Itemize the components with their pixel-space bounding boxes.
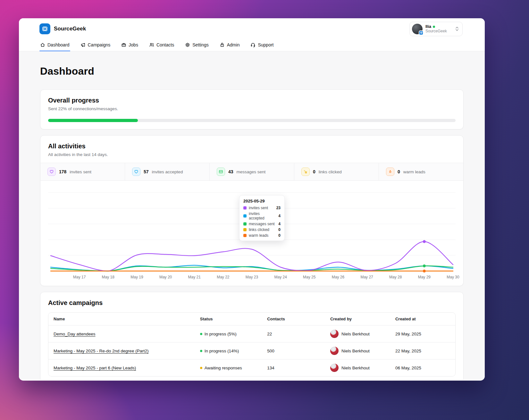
x-axis-label: May 27 — [360, 275, 373, 279]
x-axis-label: May 22 — [217, 275, 229, 279]
creator-avatar — [330, 364, 339, 372]
tooltip-row: invites accepted4 — [243, 211, 281, 220]
megaphone-icon — [80, 42, 86, 47]
campaign-link[interactable]: Marketing - May 2025 - part 6 (New Leads… — [54, 366, 136, 370]
tooltip-row: warm leads0 — [243, 233, 281, 238]
main-nav: Dashboard Campaigns Jobs Contacts Settin… — [19, 39, 485, 51]
x-axis-label: May 20 — [159, 275, 172, 279]
x-axis-label: May 18 — [102, 275, 114, 279]
x-axis-label: May 26 — [332, 275, 344, 279]
progress-bar-fill — [48, 119, 138, 122]
chart-x-axis: May 17May 18May 19May 20May 21May 22May … — [48, 275, 456, 281]
all-activities-card: All activities All activities in the las… — [40, 135, 464, 286]
cursor-click-icon — [301, 168, 310, 176]
stat-invites-accepted: 57 invites accepted — [125, 163, 210, 180]
briefcase-icon — [121, 42, 126, 47]
col-status: Status — [195, 313, 262, 325]
stat-value: 0 — [398, 169, 400, 174]
stat-value: 43 — [228, 169, 233, 174]
tab-label: Dashboard — [47, 42, 70, 47]
tab-support[interactable]: Support — [250, 39, 274, 51]
status-dot — [200, 350, 202, 352]
tab-settings[interactable]: Settings — [184, 39, 209, 51]
avatar-org-badge-icon — [419, 30, 424, 35]
status-dot — [200, 367, 202, 369]
active-campaigns-title: Active campaigns — [48, 299, 456, 307]
envelope-check-icon — [217, 168, 225, 176]
home-icon — [40, 42, 45, 47]
overall-progress-title: Overall progress — [48, 97, 456, 104]
flame-icon — [386, 168, 394, 176]
x-axis-label: May 23 — [246, 275, 258, 279]
creator-name: Niels Berkhout — [341, 349, 370, 353]
stat-value: 178 — [59, 169, 66, 174]
tab-label: Contacts — [156, 42, 174, 47]
table-row[interactable]: Marketing - May 2025 - Re-do 2nd degree … — [48, 342, 455, 359]
contacts-count: 500 — [262, 342, 325, 359]
table-row[interactable]: Marketing - May 2025 - part 6 (New Leads… — [48, 359, 455, 376]
tab-campaigns[interactable]: Campaigns — [80, 39, 111, 51]
stat-value: 0 — [313, 169, 315, 174]
status-text: Awaiting responses — [205, 366, 242, 370]
campaign-link[interactable]: Marketing - May 2025 - Re-do 2nd degree … — [54, 349, 148, 353]
activity-stats-row: 178 invites sent 57 invites accepted 43 … — [40, 163, 463, 181]
tooltip-row: links clicked0 — [243, 227, 281, 232]
page-title: Dashboard — [40, 65, 464, 77]
progress-bar — [48, 119, 456, 122]
col-name: Name — [48, 313, 195, 325]
invite-heart-icon — [47, 168, 56, 176]
tooltip-row: invites sent23 — [243, 206, 281, 210]
tab-label: Jobs — [129, 42, 138, 47]
table-footer: 0 of 3 row(s) selected Rows per page 50 … — [48, 376, 456, 380]
stat-warm-leads: 0 warm leads — [379, 163, 463, 180]
campaign-link[interactable]: Demo_Day attendees — [54, 332, 96, 336]
campaigns-table: Name Status Contacts Created by Created … — [48, 312, 456, 376]
created-at: 06 May, 2025 — [390, 359, 455, 376]
status-dot — [200, 333, 202, 335]
stat-label: invites accepted — [152, 169, 183, 174]
lock-icon — [220, 42, 225, 47]
app-window: SourceGeek Ilia SourceGeek — [19, 18, 485, 381]
chart-tooltip: 2025-05-29 invites sent23 invites accept… — [239, 195, 285, 241]
invite-heart-icon — [132, 168, 140, 176]
gear-icon — [185, 42, 190, 47]
stat-value: 57 — [144, 169, 149, 174]
stat-label: messages sent — [237, 169, 266, 174]
tab-jobs[interactable]: Jobs — [121, 39, 139, 51]
x-axis-label: May 19 — [130, 275, 143, 279]
tab-dashboard[interactable]: Dashboard — [39, 39, 70, 51]
all-activities-subtitle: All activities in the last 14 days. — [48, 152, 456, 157]
app-header: SourceGeek Ilia SourceGeek — [19, 18, 485, 39]
tab-contacts[interactable]: Contacts — [148, 39, 175, 51]
status-text: In progress (5%) — [205, 332, 237, 336]
table-row[interactable]: Demo_Day attendees In progress (5%) 22 N… — [48, 325, 455, 342]
x-axis-label: May 21 — [188, 275, 201, 279]
x-axis-label: May 17 — [73, 275, 86, 279]
tab-admin[interactable]: Admin — [219, 39, 240, 51]
people-icon — [149, 42, 154, 47]
chevron-up-down-icon — [455, 26, 459, 31]
created-at: 29 May, 2025 — [390, 325, 455, 342]
stat-messages-sent: 43 messages sent — [210, 163, 294, 180]
x-axis-label: May 24 — [274, 275, 287, 279]
user-org: SourceGeek — [425, 29, 452, 34]
creator-name: Niels Berkhout — [341, 366, 370, 370]
contacts-count: 22 — [262, 325, 325, 342]
tooltip-date: 2025-05-29 — [243, 199, 281, 203]
tab-label: Settings — [192, 42, 209, 47]
creator-avatar — [330, 330, 339, 338]
overall-progress-card: Overall progress Sent 22% of connections… — [40, 89, 464, 129]
brand-name: SourceGeek — [54, 26, 86, 32]
all-activities-title: All activities — [48, 143, 456, 150]
table-header-row: Name Status Contacts Created by Created … — [48, 313, 455, 325]
tab-label: Campaigns — [88, 42, 111, 47]
brand: SourceGeek — [39, 23, 86, 34]
creator-avatar — [330, 347, 339, 355]
tooltip-row: messages sent4 — [243, 222, 281, 226]
account-switcher[interactable]: Ilia SourceGeek — [409, 22, 463, 36]
activities-chart[interactable]: May 17May 18May 19May 20May 21May 22May … — [40, 181, 463, 286]
stat-label: warm leads — [403, 169, 425, 174]
account-info: Ilia SourceGeek — [425, 24, 452, 34]
x-axis-label: May 25 — [303, 275, 315, 279]
online-status-dot — [433, 26, 435, 28]
